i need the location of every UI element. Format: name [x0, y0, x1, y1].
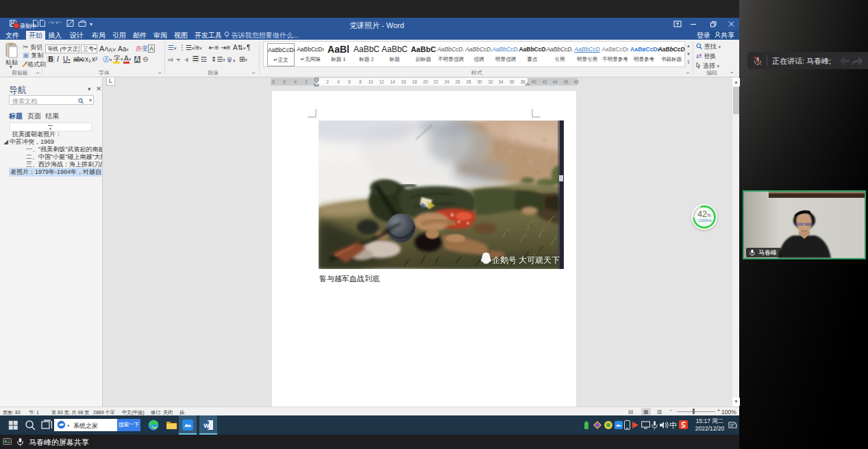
- svg-text:▾: ▾: [90, 21, 92, 27]
- svg-text:企鹅号 大可观天下: 企鹅号 大可观天下: [492, 255, 560, 265]
- svg-text:录制中: 录制中: [20, 23, 38, 29]
- svg-text:W: W: [203, 422, 210, 429]
